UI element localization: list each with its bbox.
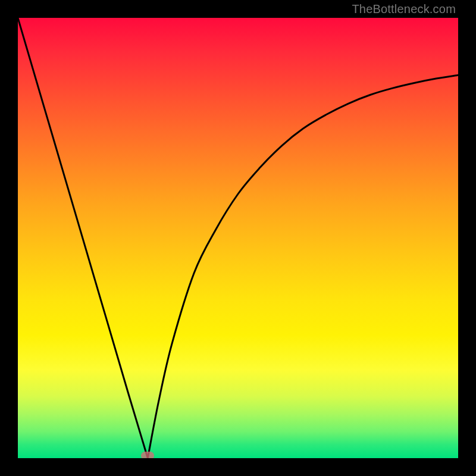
curve-path [18, 18, 458, 458]
minimum-marker [141, 452, 154, 458]
watermark-text: TheBottleneck.com [352, 2, 456, 16]
chart-area [18, 18, 458, 458]
curve-svg [18, 18, 458, 458]
